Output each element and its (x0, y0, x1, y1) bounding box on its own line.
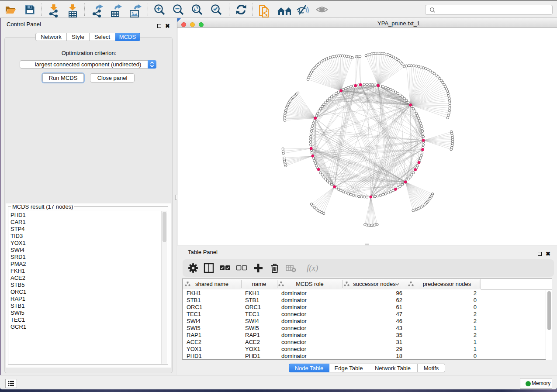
svg-text:f(x): f(x) (307, 263, 318, 273)
